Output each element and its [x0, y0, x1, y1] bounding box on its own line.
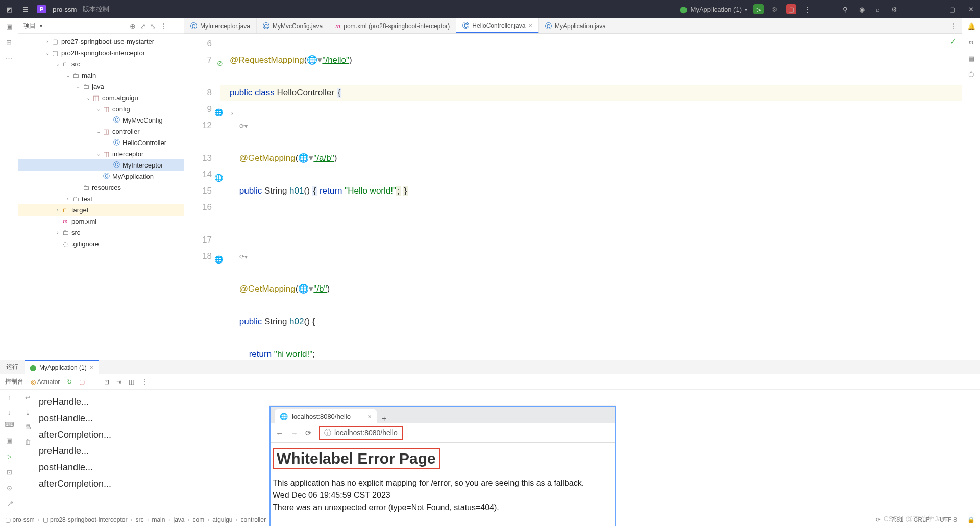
- tree-myapplication[interactable]: ⒸMyApplication: [18, 171, 184, 182]
- locate-icon[interactable]: ⊕: [130, 22, 136, 30]
- run-tab-active[interactable]: ⬤ MyApplication (1) ×: [24, 360, 99, 374]
- run-tool-icon[interactable]: ▷: [7, 452, 12, 460]
- breadcrumb-item[interactable]: ▢ pro28-springboot-interceptor: [43, 516, 128, 523]
- settings-icon[interactable]: ⚙: [889, 4, 899, 14]
- up-icon[interactable]: ↑: [8, 394, 11, 401]
- browser-url-bar[interactable]: ⓘlocalhost:8080/hello: [319, 426, 403, 440]
- tab-mymvcconfig[interactable]: CMyMvcConfig.java: [257, 18, 329, 33]
- inlay-hint[interactable]: ⟳▾: [239, 118, 248, 134]
- soft-wrap-icon[interactable]: ↩: [25, 394, 31, 401]
- readonly-icon[interactable]: 🔒: [967, 516, 975, 523]
- tree-pom[interactable]: mpom.xml: [18, 216, 184, 227]
- tree-main[interactable]: ⌄🗀main: [18, 69, 184, 81]
- tab-pom[interactable]: mpom.xml (pro28-springboot-interceptor): [329, 18, 456, 33]
- export-icon[interactable]: ⇥: [116, 378, 121, 386]
- browser-forward-icon[interactable]: →: [290, 428, 298, 437]
- tree-src[interactable]: ⌄🗀src: [18, 58, 184, 69]
- run-config-selector[interactable]: ⬤ MyApplication (1) ▾: [680, 6, 747, 13]
- maximize-icon[interactable]: ▢: [947, 4, 958, 14]
- tree-interceptor-pkg[interactable]: ⌄◫interceptor: [18, 148, 184, 159]
- layout-icon[interactable]: ◫: [129, 378, 134, 386]
- down-icon[interactable]: ↓: [8, 409, 11, 416]
- services-icon[interactable]: ▣: [6, 437, 12, 444]
- problems-ok-icon[interactable]: ✓: [950, 37, 957, 46]
- collapse-icon[interactable]: ⤡: [150, 22, 156, 30]
- stop-run-icon[interactable]: ▢: [79, 378, 85, 386]
- code-content[interactable]: @RequestMapping(🌐▾"/hello") public class…: [220, 34, 962, 360]
- vcs-label[interactable]: 版本控制: [83, 5, 109, 14]
- expand-icon[interactable]: ⤢: [140, 22, 146, 30]
- project-tool-icon[interactable]: ▣: [6, 22, 12, 30]
- structure-tool-icon[interactable]: ⊞: [6, 38, 12, 46]
- clear-icon[interactable]: 🗑: [24, 438, 31, 446]
- more-tools-icon[interactable]: ⋯: [6, 54, 12, 62]
- print-icon[interactable]: 🖶: [24, 423, 31, 431]
- problems-icon[interactable]: ⊡: [7, 468, 12, 476]
- tab-myapplication[interactable]: CMyApplication.java: [539, 18, 612, 33]
- actuator-tab[interactable]: ◎ Actuator: [31, 378, 60, 386]
- tabs-menu-icon[interactable]: ⋮: [945, 18, 962, 33]
- tree-src2[interactable]: ›🗀src: [18, 227, 184, 238]
- search-icon[interactable]: ⌕: [873, 4, 883, 14]
- more-run-icon[interactable]: ⋮: [141, 378, 148, 386]
- tree-java[interactable]: ⌄🗀java: [18, 81, 184, 92]
- browser-tab[interactable]: 🌐 localhost:8080/hello ×: [275, 409, 377, 423]
- breadcrumb-item[interactable]: ▢ pro-ssm: [5, 516, 35, 523]
- database-tool-icon[interactable]: ▤: [968, 55, 974, 62]
- inlay-hint[interactable]: ⟳▾: [239, 249, 248, 265]
- tree-gitignore[interactable]: ◌.gitignore: [18, 238, 184, 249]
- breadcrumb-item[interactable]: java: [173, 516, 184, 523]
- breadcrumb-item[interactable]: main: [152, 516, 165, 523]
- breadcrumb-item[interactable]: com: [192, 516, 204, 523]
- screenshot-icon[interactable]: ⊡: [104, 378, 109, 386]
- run-button[interactable]: ▷: [753, 4, 764, 14]
- tree-config-pkg[interactable]: ⌄◫config: [18, 103, 184, 114]
- tree-package[interactable]: ⌄◫com.atguigu: [18, 92, 184, 103]
- indexing-icon[interactable]: ⟳: [876, 516, 881, 523]
- close-window-icon[interactable]: ✕: [966, 4, 976, 14]
- stop-button[interactable]: ▢: [786, 4, 796, 14]
- tree-test[interactable]: ›🗀test: [18, 193, 184, 204]
- todo-icon[interactable]: ⊙: [7, 484, 12, 492]
- updates-icon[interactable]: ◉: [856, 4, 867, 14]
- scroll-end-icon[interactable]: ⤓: [25, 409, 31, 416]
- code-editor[interactable]: 6 7⊘ 8 9🌐› 12 13 14🌐 15 16 17 18🌐 @Reque…: [184, 34, 962, 360]
- main-menu-icon[interactable]: ☰: [20, 4, 31, 14]
- line-separator[interactable]: CRLF: [914, 516, 929, 523]
- breadcrumb-item[interactable]: atguigu: [212, 516, 232, 523]
- tab-myinterceptor[interactable]: CMyInterceptor.java: [184, 18, 257, 33]
- maven-tool-icon[interactable]: m: [969, 38, 973, 46]
- browser-back-icon[interactable]: ←: [276, 428, 283, 437]
- browser-reload-icon[interactable]: ⟳: [305, 428, 312, 438]
- file-encoding[interactable]: UTF-8: [940, 516, 957, 523]
- browser-close-tab-icon[interactable]: ×: [368, 413, 372, 420]
- tree-resources[interactable]: 🗀resources: [18, 182, 184, 193]
- project-name[interactable]: pro-ssm: [53, 6, 77, 13]
- notifications-icon[interactable]: 🔔: [967, 22, 975, 30]
- console-tab[interactable]: 控制台: [5, 377, 23, 386]
- code-with-me-icon[interactable]: ⚲: [840, 4, 850, 14]
- ai-tool-icon[interactable]: ⬡: [968, 70, 974, 78]
- tab-hellocontroller[interactable]: CHelloController.java×: [456, 18, 539, 33]
- panel-menu-icon[interactable]: ⋮: [160, 22, 167, 30]
- hide-panel-icon[interactable]: —: [172, 22, 179, 30]
- breadcrumb-item[interactable]: controller: [241, 516, 266, 523]
- tree-module-pro28[interactable]: ⌄▢pro28-springboot-interceptor: [18, 47, 184, 58]
- app-icon[interactable]: ◩: [4, 4, 14, 14]
- close-run-tab-icon[interactable]: ×: [90, 364, 93, 371]
- tree-module-pro27[interactable]: ›▢pro27-springboot-use-mystarter: [18, 36, 184, 47]
- tree-hellocontroller[interactable]: ⒸHelloController: [18, 137, 184, 148]
- tree-myinterceptor[interactable]: ⒸMyInterceptor: [18, 159, 184, 171]
- tree-controller-pkg[interactable]: ⌄◫controller: [18, 126, 184, 137]
- close-tab-icon[interactable]: ×: [528, 21, 532, 29]
- rerun-icon[interactable]: ↻: [67, 378, 72, 386]
- more-actions-icon[interactable]: ⋮: [802, 4, 813, 14]
- breadcrumb-item[interactable]: src: [135, 516, 143, 523]
- browser-newtab-icon[interactable]: +: [377, 414, 391, 423]
- tree-target[interactable]: ›🗀target: [18, 204, 184, 216]
- project-tree[interactable]: ›▢pro27-springboot-use-mystarter ⌄▢pro28…: [18, 34, 184, 360]
- minimize-icon[interactable]: —: [929, 4, 939, 14]
- terminal-icon[interactable]: ⌨: [5, 421, 14, 428]
- git-icon[interactable]: ⎇: [6, 500, 13, 508]
- tree-mymvcconfig[interactable]: ⒸMyMvcConfig: [18, 114, 184, 126]
